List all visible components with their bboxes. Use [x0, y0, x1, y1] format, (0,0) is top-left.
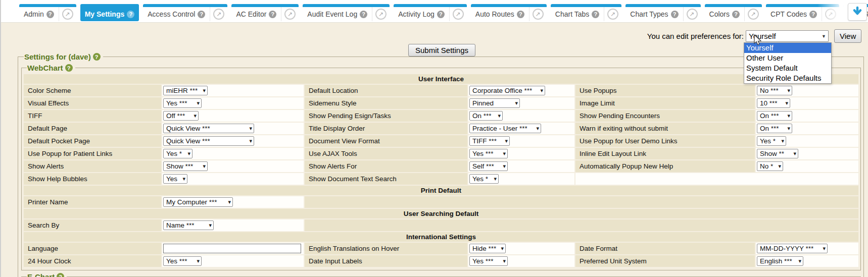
- tab-main-segment[interactable]: CPT Codes: [766, 7, 822, 21]
- setting-select-use-popups[interactable]: No ***: [757, 86, 792, 95]
- tab-activity-log[interactable]: Activity Log: [394, 4, 467, 21]
- empty-filler-cell: [305, 219, 858, 231]
- tab-external-segment[interactable]: [281, 7, 299, 21]
- tab-external-segment[interactable]: [59, 7, 76, 21]
- setting-select-use-ajax-tools[interactable]: Yes ***: [469, 149, 508, 158]
- tab-main-segment[interactable]: Auto Routes: [471, 7, 529, 21]
- webchart-settings-page: AdminMy SettingsAccess ControlAC EditorA…: [0, 0, 868, 277]
- setting-select-show-alerts-for[interactable]: Self ***: [469, 161, 508, 171]
- setting-select-default-pocket-page[interactable]: Quick View ***: [163, 136, 254, 146]
- external-link-icon: [453, 9, 464, 20]
- tab-external-segment[interactable]: [210, 7, 227, 21]
- setting-select-title-display-order[interactable]: Practice - User ***: [469, 124, 541, 133]
- settings-for-legend: Settings for (dave): [24, 52, 91, 61]
- setting-select-visual-effects[interactable]: Yes ***: [163, 98, 202, 108]
- tab-external-segment[interactable]: [604, 7, 621, 21]
- tab-main-segment[interactable]: Audit Event Log: [303, 7, 372, 21]
- select-value: On ***: [760, 112, 779, 120]
- section-header-international-settings: International Settings: [24, 232, 858, 242]
- setting-label-english-translations-on-hover: English Translations on Hover: [305, 243, 467, 254]
- setting-select-sidemenu-style[interactable]: Pinned: [469, 98, 520, 108]
- help-icon[interactable]: [269, 11, 276, 18]
- tab-main-segment[interactable]: My Settings: [80, 7, 139, 21]
- tab-external-segment[interactable]: [449, 7, 467, 21]
- webchart-help-icon[interactable]: [65, 64, 73, 72]
- tab-body: Chart Tabs: [551, 7, 621, 21]
- help-icon[interactable]: [517, 11, 524, 18]
- setting-select-default-location[interactable]: Corporate Office ***: [469, 86, 545, 95]
- dropdown-option-security-role-defaults[interactable]: Security Role Defaults: [744, 73, 831, 83]
- tab-access-control[interactable]: Access Control: [143, 4, 227, 21]
- tab-external-segment[interactable]: [529, 7, 547, 21]
- tab-main-segment[interactable]: Activity Log: [394, 7, 449, 21]
- tab-external-segment[interactable]: [683, 7, 701, 21]
- dropdown-option-system-default[interactable]: System Default: [744, 63, 831, 73]
- tab-main-segment[interactable]: Colors: [705, 7, 744, 21]
- dropdown-option-other-user[interactable]: Other User: [744, 53, 831, 63]
- setting-select-color-scheme[interactable]: miEHR ***: [163, 86, 208, 95]
- tab-main-segment[interactable]: Access Control: [143, 7, 210, 21]
- tab-overflow-button[interactable]: [848, 3, 867, 21]
- help-icon[interactable]: [671, 11, 679, 18]
- setting-select-show-document-text-search[interactable]: Yes *: [469, 174, 499, 184]
- setting-select-use-popup-for-user-demo-links[interactable]: Yes *: [757, 136, 786, 146]
- setting-select-default-page[interactable]: Quick View ***: [163, 124, 254, 133]
- view-button[interactable]: View: [834, 29, 861, 43]
- help-icon[interactable]: [732, 11, 740, 18]
- help-icon[interactable]: [46, 11, 54, 18]
- settings-help-icon[interactable]: [93, 53, 101, 61]
- setting-select-date-format[interactable]: MM-DD-YYYY ***: [757, 244, 828, 253]
- help-icon[interactable]: [809, 11, 817, 18]
- tab-body: AC Editor: [231, 7, 299, 21]
- setting-select-use-popup-for-patient-links[interactable]: Yes *: [163, 149, 192, 158]
- setting-value-cell: Pinned: [468, 97, 574, 109]
- help-icon[interactable]: [360, 11, 367, 18]
- tab-my-settings[interactable]: My Settings: [80, 4, 139, 21]
- setting-select-english-translations-on-hover[interactable]: Hide ***: [469, 244, 506, 253]
- edit-preferences-select[interactable]: Yourself ▼: [746, 30, 829, 42]
- tab-admin[interactable]: Admin: [19, 4, 76, 21]
- setting-select-show-pending-encounters[interactable]: On ***: [757, 111, 792, 121]
- tab-chart-tabs[interactable]: Chart Tabs: [551, 4, 621, 21]
- tab-body: Auto Routes: [471, 7, 547, 21]
- tab-colors[interactable]: Colors: [705, 4, 762, 21]
- tab-label: AC Editor: [236, 10, 266, 18]
- tab-external-segment[interactable]: [372, 7, 390, 21]
- setting-select-24-hour-clock[interactable]: Yes ***: [163, 256, 202, 266]
- settings-table: User InterfaceColor SchememiEHR ***Defau…: [23, 73, 859, 268]
- help-icon[interactable]: [198, 11, 205, 18]
- tab-chart-types[interactable]: Chart Types: [625, 4, 700, 21]
- setting-select-show-pending-esign-tasks[interactable]: On ***: [469, 111, 503, 121]
- setting-select-date-input-labels[interactable]: Yes ***: [469, 256, 508, 266]
- tab-main-segment[interactable]: Admin: [19, 7, 59, 21]
- setting-select-inline-edit-layout-link[interactable]: Show **: [757, 149, 798, 158]
- setting-select-preferred-unit-system[interactable]: English ***: [757, 256, 803, 266]
- tab-auto-routes[interactable]: Auto Routes: [471, 4, 547, 21]
- setting-select-document-view-format[interactable]: TIFF ***: [469, 136, 510, 146]
- setting-select-image-limit[interactable]: 10 ***: [757, 98, 790, 108]
- setting-select-warn-if-exiting-without-submit[interactable]: On ***: [757, 124, 792, 133]
- setting-label-preferred-unit-system: Preferred Unit System: [575, 255, 755, 267]
- setting-value-cell: No *: [756, 160, 858, 172]
- setting-select-automatically-popup-new-help[interactable]: No *: [757, 161, 783, 171]
- setting-select-show-help-bubbles[interactable]: Yes: [163, 174, 187, 184]
- tab-main-segment[interactable]: Chart Types: [625, 7, 683, 21]
- setting-select-tiff[interactable]: Off ***: [163, 111, 199, 121]
- setting-select-printer-name[interactable]: My Computer ***: [163, 197, 233, 207]
- select-value: Hide ***: [472, 245, 496, 252]
- help-icon[interactable]: [592, 11, 599, 18]
- setting-select-search-by[interactable]: Name ***: [163, 220, 214, 230]
- dropdown-option-yourself[interactable]: Yourself: [744, 43, 831, 53]
- tab-main-segment[interactable]: Chart Tabs: [551, 7, 604, 21]
- tab-ac-editor[interactable]: AC Editor: [231, 4, 299, 21]
- tab-audit-event-log[interactable]: Audit Event Log: [303, 4, 390, 21]
- tab-external-segment[interactable]: [744, 7, 762, 21]
- external-link-icon: [687, 9, 698, 20]
- echart-help-icon[interactable]: [57, 273, 64, 277]
- tab-main-segment[interactable]: AC Editor: [231, 7, 281, 21]
- help-icon[interactable]: [437, 11, 445, 18]
- help-icon[interactable]: [127, 11, 134, 18]
- setting-value-cell: Show **: [756, 148, 858, 159]
- setting-select-show-alerts[interactable]: Show ***: [163, 161, 208, 171]
- setting-input-language[interactable]: [163, 244, 301, 253]
